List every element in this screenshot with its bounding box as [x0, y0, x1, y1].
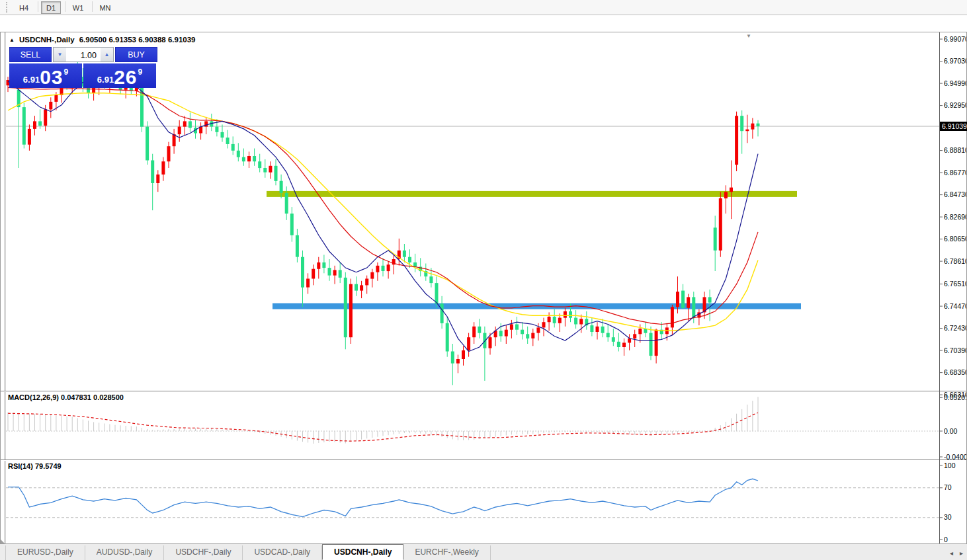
resistance-line[interactable] — [267, 191, 797, 197]
chart-window: ▲ USDCNH-,Daily 6.90500 6.91353 6.90388 … — [0, 16, 967, 543]
volume-input[interactable] — [66, 48, 101, 61]
sell-price-small: 6.91 — [23, 75, 40, 85]
ma-mid-red-line — [8, 88, 758, 325]
ohlc-values: 6.90500 6.91353 6.90388 6.91039 — [79, 36, 196, 44]
toolbar-separator — [65, 1, 65, 12]
ma-slow-yellow-line — [8, 93, 758, 331]
rsi-label: RSI(14) 79.5749 — [8, 462, 62, 470]
chart-tab-eurchf[interactable]: EURCHF-,Weekly — [403, 545, 490, 560]
rsi-axis-label: 30 — [944, 513, 966, 521]
window-frame — [1, 32, 967, 559]
symbol-label: USDCNH-,Daily — [19, 36, 75, 44]
tab-scroll-right-icon[interactable]: ▸ — [960, 549, 963, 557]
rsi-axis-label: 0 — [944, 536, 966, 543]
volume-decrease-icon[interactable]: ▼ — [54, 48, 66, 61]
tab-scroll-left-icon[interactable]: ◂ — [950, 549, 953, 557]
chart-tabs: EURUSD-,DailyAUDUSD-,DailyUSDCHF-,DailyU… — [0, 544, 491, 560]
chart-tab-usdchf[interactable]: USDCHF-,Daily — [164, 545, 243, 560]
price-axis-label: 6.97030 — [944, 57, 966, 65]
rsi-pane[interactable] — [6, 479, 939, 517]
price-axis-label: 6.94990 — [944, 79, 966, 87]
volume-increase-icon[interactable]: ▲ — [101, 48, 113, 61]
chart-tab-eurusd[interactable]: EURUSD-,Daily — [5, 545, 85, 560]
collapse-panel-icon[interactable]: ▲ — [9, 37, 15, 43]
price-axis-label: 6.72430 — [944, 324, 966, 332]
rsi-axis-label: 100 — [944, 461, 966, 469]
timeframe-button-d1[interactable]: D1 — [41, 1, 61, 14]
chart-tab-bar: EURUSD-,DailyAUDUSD-,DailyUSDCHF-,DailyU… — [0, 543, 967, 560]
rsi-axis-label: 70 — [944, 483, 966, 491]
chart-tab-audusd[interactable]: AUDUSD-,Daily — [85, 545, 165, 560]
current-price-tag: 6.91039 — [940, 122, 967, 131]
chart-tab-usdcnh[interactable]: USDCNH-,Daily — [322, 544, 403, 560]
buy-price-pip: 9 — [138, 67, 143, 77]
macd-label: MACD(12,26,9) 0.047831 0.028500 — [8, 393, 124, 401]
toolbar-separator — [38, 1, 38, 12]
buy-price-small: 6.91 — [97, 75, 114, 85]
price-axis-label: 6.76510 — [944, 280, 966, 288]
sell-price-pip: 9 — [64, 67, 69, 77]
tab-scroll-arrows: ◂ ▸ — [950, 549, 963, 557]
chart-shift-marker-icon[interactable]: ▼ — [746, 33, 751, 39]
price-axis-label: 6.70390 — [944, 346, 966, 354]
price-axis-label: 6.78610 — [944, 257, 966, 265]
price-chart-canvas[interactable] — [0, 16, 967, 560]
timeframe-buttons: H4D1W1MN — [14, 1, 116, 14]
toolbar-separator — [92, 1, 93, 12]
macd-axis-label: 0.00 — [944, 427, 966, 435]
timeframe-button-h4[interactable]: H4 — [14, 1, 34, 14]
price-axis-label: 6.80650 — [944, 235, 966, 243]
chart-tab-usdcad[interactable]: USDCAD-,Daily — [243, 545, 322, 560]
price-axis-label: 6.82690 — [944, 213, 966, 221]
axis-ticks — [8, 39, 943, 549]
mt4-window: H4D1W1MN ▲ USDCNH-,Daily 6.90500 6.91353… — [0, 0, 967, 560]
price-axis-label: 6.99070 — [944, 35, 966, 43]
timeframe-button-w1[interactable]: W1 — [68, 1, 88, 14]
price-axis-label: 6.74470 — [944, 302, 966, 310]
buy-price-box[interactable]: 6.91269 — [83, 63, 156, 88]
macd-pane[interactable] — [6, 397, 939, 444]
ma-fast-blue-line — [8, 81, 758, 352]
chart-title: ▲ USDCNH-,Daily 6.90500 6.91353 6.90388 … — [9, 36, 196, 44]
sell-price-box[interactable]: 6.91039 — [9, 63, 82, 88]
price-axis-label: 6.86770 — [944, 169, 966, 177]
sell-price-big: 03 — [40, 69, 63, 86]
timeframe-toolbar: H4D1W1MN — [0, 0, 967, 15]
one-click-trading-panel: SELL ▼ ▲ BUY 6.91039 6.91269 — [9, 47, 157, 88]
macd-axis-label: 0.052015 — [944, 393, 966, 401]
price-axis-label: 6.84730 — [944, 190, 966, 198]
timeframe-button-mn[interactable]: MN — [95, 1, 115, 14]
buy-button[interactable]: BUY — [115, 47, 157, 62]
buy-price-big: 26 — [114, 69, 137, 86]
volume-stepper: ▼ ▲ — [53, 47, 114, 62]
price-axis-label: 6.92950 — [944, 101, 966, 109]
toolbar-grip[interactable] — [6, 2, 9, 13]
sell-button[interactable]: SELL — [9, 47, 52, 62]
price-axis-label: 6.88810 — [944, 146, 966, 154]
price-axis-label: 6.68350 — [944, 368, 966, 376]
macd-axis-label: -0.040019 — [944, 453, 966, 461]
candles-layer — [7, 56, 760, 385]
